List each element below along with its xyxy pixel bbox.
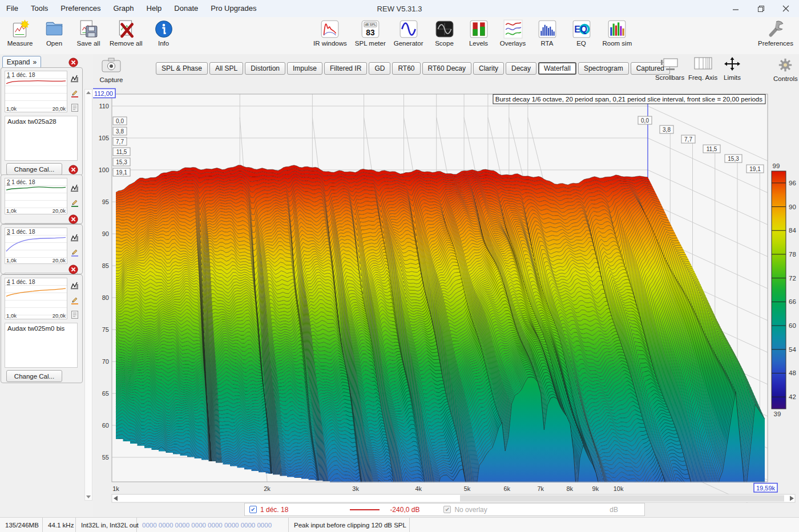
limits-button[interactable]: Limits	[721, 56, 743, 81]
freq-axis-button[interactable]: Freq. Axis	[688, 56, 717, 81]
trace-settings-icon[interactable]	[70, 281, 79, 290]
spl-meter-button[interactable]: dB SPL83SPL meter	[355, 19, 386, 47]
tab-distortion[interactable]: Distortion	[245, 62, 285, 75]
svg-text:60: 60	[789, 322, 796, 329]
thumb-xmin: 1,0k	[6, 257, 17, 263]
trace-settings-icon[interactable]	[70, 183, 79, 192]
notes-icon[interactable]	[70, 103, 79, 112]
scroll-down-icon[interactable]	[86, 496, 91, 498]
close-measurement-icon[interactable]	[68, 214, 78, 224]
levels-button[interactable]: Levels	[466, 19, 492, 47]
trace-settings-icon[interactable]	[70, 233, 79, 242]
tab-waterfall[interactable]: Waterfall	[538, 62, 576, 75]
edit-trace-icon[interactable]	[70, 198, 79, 207]
capture-button[interactable]: Capture	[98, 56, 125, 83]
change-cal-button[interactable]: Change Cal...	[6, 163, 62, 175]
measure-icon	[10, 19, 30, 39]
close-measurement-icon[interactable]	[68, 165, 78, 174]
change-cal-button[interactable]: Change Cal...	[6, 370, 62, 382]
ir-windows-button[interactable]: IR windows	[313, 19, 347, 47]
minimize-icon[interactable]	[731, 3, 741, 14]
save-all-button[interactable]: Save all	[75, 19, 102, 47]
rta-button[interactable]: RTA	[534, 19, 560, 47]
scrollbars-button[interactable]: Scrollbars	[655, 56, 684, 81]
menu-item-pro-upgrades[interactable]: Pro Upgrades	[204, 0, 263, 17]
toolbar-button-label: Info	[158, 40, 169, 47]
edit-trace-icon[interactable]	[70, 295, 79, 304]
tab-impulse[interactable]: Impulse	[287, 62, 322, 75]
tab-rt60-decay[interactable]: RT60 Decay	[422, 62, 471, 75]
notes-icon[interactable]	[70, 310, 79, 319]
measurement-name[interactable]: Audax tw025a28	[5, 116, 78, 161]
measurement-thumbnail[interactable]: 4 1 déc. 181,0k20,0k	[5, 278, 67, 319]
toolbar-button-label: Measure	[7, 40, 33, 47]
measurement-thumbnail[interactable]: 2 1 déc. 181,0k20,0k	[5, 178, 67, 214]
scope-button[interactable]: Scope	[431, 19, 458, 47]
measurement-checkbox[interactable]: ✔	[249, 506, 257, 513]
menu-item-help[interactable]: Help	[140, 0, 168, 17]
svg-text:110: 110	[99, 103, 109, 109]
info-button[interactable]: Info	[151, 19, 177, 47]
legend-unit: dB	[610, 506, 618, 514]
tab-rt60[interactable]: RT60	[392, 62, 420, 75]
input-hex-status: 0000 0000 0000 0000 0000 0000 0000 0000	[137, 518, 289, 532]
measurement-card[interactable]: 4 1 déc. 181,0k20,0kAudax tw025m0 bisCha…	[1, 274, 83, 383]
graph-tabs: SPL & PhaseAll SPLDistortionImpulseFilte…	[156, 62, 672, 75]
measurement-card[interactable]: 1 1 déc. 181,0k20,0kAudax tw025a28Change…	[1, 67, 83, 176]
expand-button[interactable]: Expand»	[2, 56, 41, 68]
tab-gd[interactable]: GD	[369, 62, 390, 75]
svg-text:6k: 6k	[503, 485, 510, 492]
sidebar-scrollbar[interactable]	[84, 89, 92, 501]
close-icon[interactable]	[781, 3, 791, 14]
status-bar: 135/246MB 44.1 kHz Int32L in, Int32L out…	[0, 517, 799, 532]
measurement-thumbnail[interactable]: 3 1 déc. 181,0k20,0k	[5, 228, 67, 264]
svg-text:105: 105	[99, 135, 109, 141]
toolbar-button-label: Scope	[435, 40, 454, 47]
trace-settings-icon[interactable]	[70, 74, 79, 83]
menu-item-donate[interactable]: Donate	[168, 0, 204, 17]
open-button[interactable]: Open	[41, 19, 67, 47]
overlay-checkbox[interactable]: ✔	[443, 506, 451, 513]
svg-text:4k: 4k	[415, 485, 422, 492]
eq-button[interactable]: EQEQ	[568, 19, 595, 47]
tab-all-spl[interactable]: All SPL	[209, 62, 243, 75]
edit-trace-icon[interactable]	[70, 247, 79, 257]
thumb-xmax: 20,0k	[53, 105, 66, 112]
info-icon	[154, 19, 174, 39]
waterfall-chart[interactable]: 0,00,03,83,87,77,711,511,515,315,319,119…	[93, 87, 799, 503]
svg-text:11,5: 11,5	[116, 149, 127, 155]
chart-title: Burst decay 1/6 octave, 20 period span, …	[495, 96, 763, 103]
close-measurement-icon[interactable]	[68, 265, 78, 274]
chart-hscrollbar-thumb[interactable]	[460, 496, 784, 502]
toolbar-button-label: Remove all	[110, 40, 143, 47]
preferences-button[interactable]: Preferences	[758, 19, 793, 47]
menu-item-graph[interactable]: Graph	[107, 0, 140, 17]
svg-text:75: 75	[102, 326, 109, 333]
svg-text:7,7: 7,7	[116, 139, 124, 145]
tab-decay[interactable]: Decay	[506, 62, 536, 75]
svg-text:8k: 8k	[566, 485, 573, 492]
overlays-button[interactable]: Overlays	[500, 19, 526, 47]
close-measurement-icon[interactable]	[68, 58, 78, 67]
tab-clarity[interactable]: Clarity	[473, 62, 504, 75]
generator-icon	[398, 19, 419, 39]
edit-trace-icon[interactable]	[70, 88, 79, 98]
measurement-title: 3 1 déc. 18	[7, 229, 35, 235]
generator-button[interactable]: Generator	[394, 19, 423, 47]
gear-icon	[774, 57, 796, 73]
restore-icon[interactable]	[756, 3, 766, 14]
scroll-up-icon[interactable]	[86, 91, 91, 94]
menu-item-file[interactable]: File	[0, 0, 25, 17]
controls-button[interactable]: Controls	[773, 57, 798, 82]
tab-spectrogram[interactable]: Spectrogram	[578, 62, 629, 75]
menu-item-preferences[interactable]: Preferences	[54, 0, 107, 17]
tab-filtered-ir[interactable]: Filtered IR	[324, 62, 367, 75]
measurement-thumbnail[interactable]: 1 1 déc. 181,0k20,0k	[5, 71, 67, 112]
peak-input-status: Peak input before clipping 120 dB SPL	[289, 518, 410, 532]
room-sim-button[interactable]: Room sim	[603, 19, 632, 47]
measure-button[interactable]: Measure	[7, 19, 33, 47]
menu-item-tools[interactable]: Tools	[25, 0, 54, 17]
remove-all-button[interactable]: Remove all	[110, 19, 143, 47]
tab-spl-phase[interactable]: SPL & Phase	[156, 62, 208, 75]
measurement-name[interactable]: Audax tw025m0 bis	[5, 323, 78, 368]
